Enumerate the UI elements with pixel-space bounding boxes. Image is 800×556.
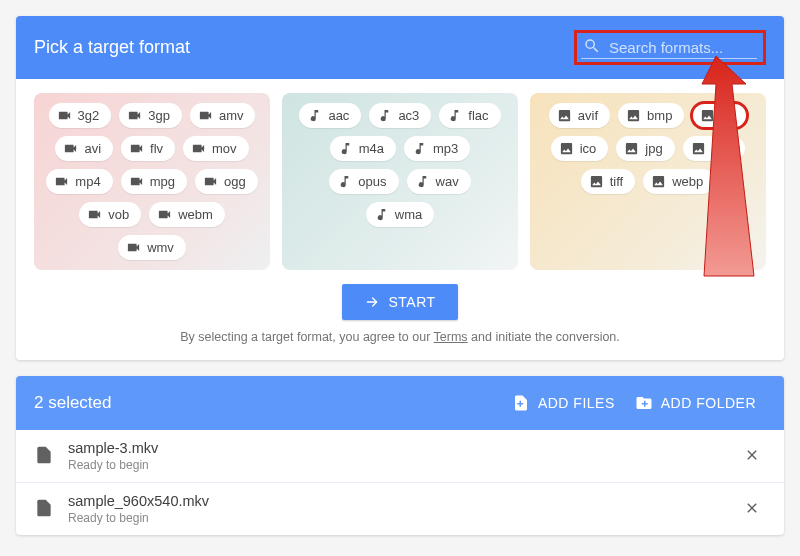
format-chip-mpg[interactable]: mpg [121, 169, 187, 194]
file-list: sample-3.mkvReady to beginsample_960x540… [16, 430, 784, 535]
format-chip-3gp[interactable]: 3gp [119, 103, 182, 128]
format-groups: 3g23gpamvaviflvmovmp4mpgoggvobwebmwmv aa… [16, 79, 784, 278]
format-chip-gif[interactable]: gif [692, 103, 747, 128]
video-icon [126, 240, 141, 255]
file-icon [34, 498, 68, 521]
start-label: START [388, 294, 435, 310]
format-chip-webm[interactable]: webm [149, 202, 225, 227]
arrow-right-icon [364, 294, 380, 310]
image-icon [626, 108, 641, 123]
add-files-button[interactable]: ADD FILES [502, 388, 625, 418]
file-row: sample_960x540.mkvReady to begin [16, 482, 784, 535]
music-icon [307, 108, 322, 123]
format-chip-flv[interactable]: flv [121, 136, 175, 161]
format-chip-ac3[interactable]: ac3 [369, 103, 431, 128]
format-chip-wma[interactable]: wma [366, 202, 434, 227]
format-chip-3g2[interactable]: 3g2 [49, 103, 112, 128]
music-icon [415, 174, 430, 189]
format-chip-jpg[interactable]: jpg [616, 136, 674, 161]
format-chip-webp[interactable]: webp [643, 169, 715, 194]
video-icon [129, 141, 144, 156]
video-icon [191, 141, 206, 156]
format-chip-wmv[interactable]: wmv [118, 235, 186, 260]
close-icon [744, 500, 760, 516]
close-icon [744, 447, 760, 463]
format-chip-png[interactable]: png [683, 136, 746, 161]
format-chip-bmp[interactable]: bmp [618, 103, 684, 128]
audio-formats-panel: aacac3flacm4amp3opuswavwma [282, 93, 518, 270]
format-picker-card: Pick a target format 3g23gpamvaviflvmovm… [16, 16, 784, 360]
file-status: Ready to begin [68, 458, 738, 472]
format-chip-avi[interactable]: avi [55, 136, 113, 161]
disclaimer: By selecting a target format, you agree … [16, 330, 784, 360]
video-icon [57, 108, 72, 123]
music-icon [412, 141, 427, 156]
file-row: sample-3.mkvReady to begin [16, 430, 784, 482]
music-icon [377, 108, 392, 123]
file-name: sample_960x540.mkv [68, 493, 738, 509]
file-add-icon [512, 394, 530, 412]
format-chip-ogg[interactable]: ogg [195, 169, 258, 194]
search-icon [583, 37, 607, 58]
video-icon [129, 174, 144, 189]
image-formats-panel: avifbmpgificojpgpngtiffwebp [530, 93, 766, 270]
music-icon [337, 174, 352, 189]
format-chip-tiff[interactable]: tiff [581, 169, 636, 194]
image-icon [651, 174, 666, 189]
image-icon [700, 108, 715, 123]
file-icon [34, 445, 68, 468]
file-queue-card: 2 selected ADD FILES ADD FOLDER sample-3… [16, 376, 784, 535]
video-formats-panel: 3g23gpamvaviflvmovmp4mpgoggvobwebmwmv [34, 93, 270, 270]
start-button[interactable]: START [342, 284, 457, 320]
remove-file-button[interactable] [738, 441, 766, 472]
image-icon [691, 141, 706, 156]
remove-file-button[interactable] [738, 494, 766, 525]
selected-count: 2 selected [34, 393, 502, 413]
video-icon [63, 141, 78, 156]
format-chip-m4a[interactable]: m4a [330, 136, 396, 161]
format-chip-ico[interactable]: ico [551, 136, 609, 161]
folder-add-icon [635, 394, 653, 412]
format-chip-mp3[interactable]: mp3 [404, 136, 470, 161]
queue-header: 2 selected ADD FILES ADD FOLDER [16, 376, 784, 430]
search-input[interactable] [607, 35, 757, 60]
music-icon [447, 108, 462, 123]
video-icon [87, 207, 102, 222]
terms-link[interactable]: Terms [434, 330, 468, 344]
image-icon [559, 141, 574, 156]
music-icon [374, 207, 389, 222]
search-box[interactable] [574, 30, 766, 65]
format-chip-avif[interactable]: avif [549, 103, 610, 128]
format-picker-header: Pick a target format [16, 16, 784, 79]
music-icon [338, 141, 353, 156]
image-icon [589, 174, 604, 189]
image-icon [624, 141, 639, 156]
start-row: START [16, 278, 784, 330]
video-icon [157, 207, 172, 222]
format-chip-opus[interactable]: opus [329, 169, 398, 194]
format-chip-mov[interactable]: mov [183, 136, 249, 161]
video-icon [203, 174, 218, 189]
file-status: Ready to begin [68, 511, 738, 525]
video-icon [198, 108, 213, 123]
video-icon [54, 174, 69, 189]
format-chip-wav[interactable]: wav [407, 169, 471, 194]
video-icon [127, 108, 142, 123]
format-chip-mp4[interactable]: mp4 [46, 169, 112, 194]
panel-title: Pick a target format [34, 37, 190, 58]
format-chip-vob[interactable]: vob [79, 202, 141, 227]
image-icon [557, 108, 572, 123]
file-name: sample-3.mkv [68, 440, 738, 456]
add-folder-button[interactable]: ADD FOLDER [625, 388, 766, 418]
format-chip-flac[interactable]: flac [439, 103, 500, 128]
format-chip-aac[interactable]: aac [299, 103, 361, 128]
format-chip-amv[interactable]: amv [190, 103, 256, 128]
